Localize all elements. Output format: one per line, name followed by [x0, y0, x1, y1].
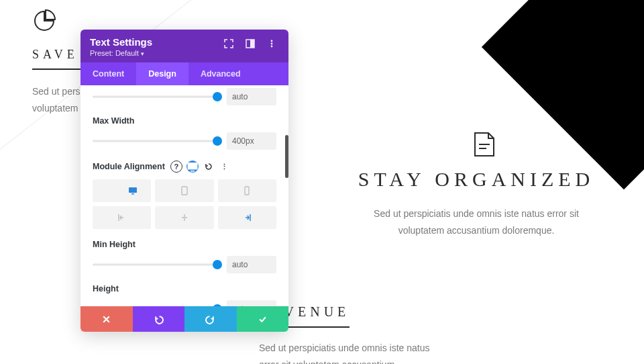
svg-point-8	[271, 46, 273, 48]
min-height-slider[interactable]	[93, 259, 217, 271]
expand-icon[interactable]	[221, 36, 236, 51]
revenue-body: Sed ut perspiciatis unde omnis iste natu…	[259, 340, 433, 364]
min-height-value[interactable]	[227, 256, 276, 273]
panel-footer	[80, 306, 288, 332]
cancel-button[interactable]	[80, 306, 133, 332]
max-width-label: Max Width	[93, 116, 276, 126]
help-icon[interactable]: ?	[170, 161, 182, 173]
preset-dropdown[interactable]: Preset: Default	[90, 49, 215, 57]
width-value[interactable]	[227, 88, 276, 105]
device-tablet[interactable]	[155, 179, 213, 202]
align-right[interactable]	[218, 206, 276, 229]
tab-content[interactable]: Content	[80, 62, 136, 85]
height-label: Height	[93, 284, 276, 293]
scrollbar-thumb[interactable]	[285, 135, 288, 178]
responsive-device-icon[interactable]	[186, 161, 199, 173]
preset-label: Preset:	[90, 49, 113, 57]
undo-button[interactable]	[133, 306, 185, 332]
device-desktop[interactable]	[93, 179, 151, 202]
panel-tabs: Content Design Advanced	[80, 62, 288, 85]
module-alignment-text: Module Alignment	[93, 162, 165, 171]
module-alignment-label: Module Alignment ? ⋮	[93, 161, 276, 173]
tab-advanced[interactable]: Advanced	[189, 62, 253, 85]
svg-point-7	[271, 43, 273, 45]
snap-panel-icon[interactable]	[243, 36, 258, 51]
max-width-value[interactable]	[227, 132, 276, 150]
reset-icon[interactable]	[203, 161, 215, 173]
svg-rect-14	[245, 187, 249, 195]
svg-rect-5	[250, 40, 254, 48]
max-width-slider[interactable]	[93, 135, 217, 147]
text-settings-panel: Text Settings Preset: Default Content De…	[80, 30, 288, 332]
svg-rect-10	[191, 171, 195, 172]
align-center[interactable]	[155, 206, 213, 229]
tab-design[interactable]: Design	[136, 62, 189, 85]
more-menu-icon[interactable]	[264, 36, 279, 51]
height-slider[interactable]	[93, 303, 217, 306]
stay-organized-body: Sed ut perspiciatis unde omnis iste natu…	[369, 206, 584, 239]
align-left[interactable]	[93, 206, 151, 229]
field-more-icon[interactable]: ⋮	[219, 161, 231, 173]
alignment-toggle	[93, 206, 276, 229]
stay-organized-heading: STAY ORGANIZED	[322, 168, 631, 191]
svg-point-6	[271, 40, 273, 42]
svg-rect-12	[131, 193, 134, 195]
save-button[interactable]	[237, 306, 289, 332]
min-height-label: Min Height	[93, 240, 276, 249]
height-value[interactable]	[227, 300, 276, 306]
device-phone[interactable]	[218, 179, 276, 202]
svg-rect-13	[182, 187, 187, 195]
panel-body[interactable]: Max Width Module Alignment ? ⋮ 1	[80, 85, 288, 306]
svg-rect-9	[187, 163, 197, 170]
redo-button[interactable]	[184, 306, 237, 332]
panel-title: Text Settings	[90, 36, 215, 48]
panel-header[interactable]: Text Settings Preset: Default	[80, 30, 288, 62]
preset-value: Default	[115, 49, 139, 57]
responsive-device-toggle	[93, 179, 276, 202]
width-slider[interactable]	[93, 91, 217, 103]
svg-rect-11	[129, 187, 137, 193]
